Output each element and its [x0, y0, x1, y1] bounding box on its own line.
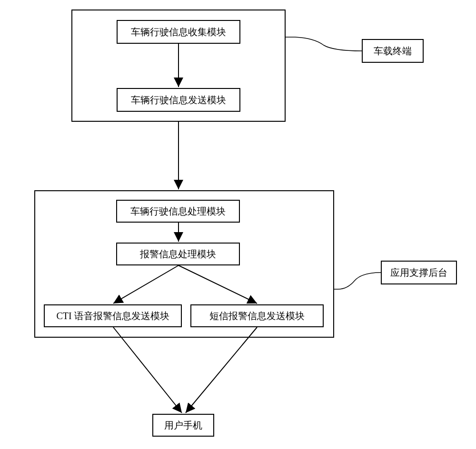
sms-alarm-send-module: 短信报警信息发送模块	[190, 304, 324, 327]
vehicle-info-process-module: 车辆行驶信息处理模块	[116, 200, 240, 223]
svg-line-6	[186, 327, 257, 413]
mid-group-label: 应用支撑后台	[381, 261, 457, 284]
user-phone: 用户手机	[152, 414, 214, 437]
cti-voice-alarm-send-module: CTI 语音报警信息发送模块	[44, 304, 182, 327]
vehicle-info-collect-module: 车辆行驶信息收集模块	[117, 20, 240, 44]
alarm-info-process-module: 报警信息处理模块	[116, 243, 240, 265]
svg-line-5	[113, 327, 182, 413]
vehicle-info-send-module: 车辆行驶信息发送模块	[117, 88, 240, 112]
top-group-label: 车载终端	[362, 39, 424, 63]
